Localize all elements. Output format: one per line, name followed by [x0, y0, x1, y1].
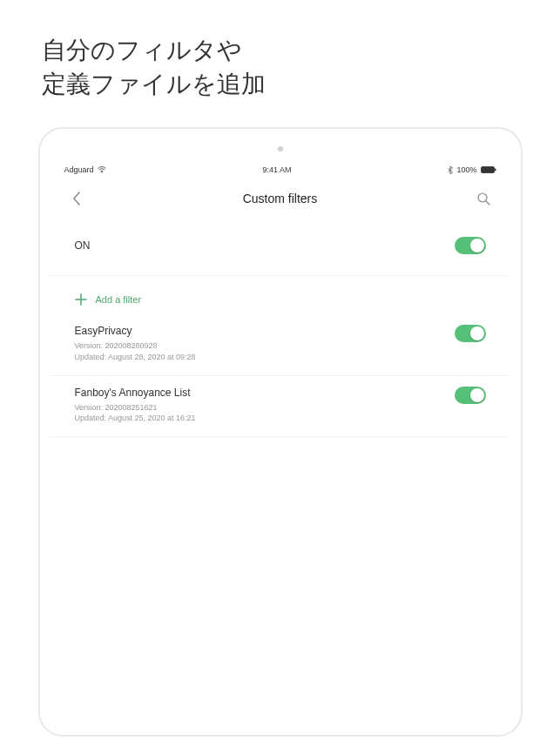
svg-rect-0 [481, 167, 494, 173]
wifi-icon [98, 166, 106, 173]
add-filter-button[interactable]: Add a filter [51, 276, 510, 314]
master-toggle-row: ON [51, 216, 510, 276]
filter-toggle[interactable] [455, 325, 486, 342]
carrier-label: Adguard [64, 165, 94, 174]
filter-version: Version: 202008280928 [75, 340, 455, 352]
filter-row: Fanboy's Annoyance List Version: 2020082… [51, 376, 510, 437]
battery-icon [481, 166, 496, 173]
nav-bar: Custom filters [51, 178, 510, 216]
filter-updated: Updated: August 28, 2020 at 09:28 [75, 352, 455, 363]
plus-icon [75, 293, 87, 306]
promo-heading: 自分のフィルタや 定義ファイルを追加 [0, 0, 560, 101]
chevron-left-icon [72, 192, 81, 205]
master-toggle-label: ON [75, 239, 91, 252]
promo-line-1: 自分のフィルタや [42, 33, 560, 67]
status-time: 9:41 AM [262, 165, 291, 174]
svg-line-3 [486, 201, 489, 205]
content-area: ON Add a filter EasyPrivacy Version: 202… [51, 216, 510, 436]
filter-updated: Updated: August 25, 2020 at 16:21 [75, 413, 455, 424]
filter-name: Fanboy's Annoyance List [75, 387, 455, 399]
device-frame: Adguard 9:41 AM 100% Custom filters ON [38, 127, 523, 737]
filter-version: Version: 202008251621 [75, 402, 455, 414]
back-button[interactable] [68, 190, 85, 207]
search-icon [476, 192, 490, 205]
add-filter-label: Add a filter [96, 294, 142, 305]
filter-toggle[interactable] [455, 387, 486, 404]
bluetooth-icon [448, 166, 453, 174]
master-toggle[interactable] [455, 237, 486, 254]
filter-name: EasyPrivacy [75, 325, 455, 337]
page-title: Custom filters [243, 192, 318, 205]
promo-line-2: 定義ファイルを追加 [42, 67, 560, 101]
svg-rect-1 [495, 169, 496, 172]
status-right: 100% [448, 165, 496, 174]
status-left: Adguard [64, 165, 106, 174]
status-bar: Adguard 9:41 AM 100% [51, 162, 510, 178]
camera-dot [278, 146, 283, 151]
filter-info: EasyPrivacy Version: 202008280928 Update… [75, 325, 455, 362]
battery-label: 100% [456, 165, 476, 174]
search-button[interactable] [475, 190, 492, 207]
svg-point-2 [478, 193, 487, 202]
filter-info: Fanboy's Annoyance List Version: 2020082… [75, 387, 455, 424]
filter-row: EasyPrivacy Version: 202008280928 Update… [51, 314, 510, 375]
